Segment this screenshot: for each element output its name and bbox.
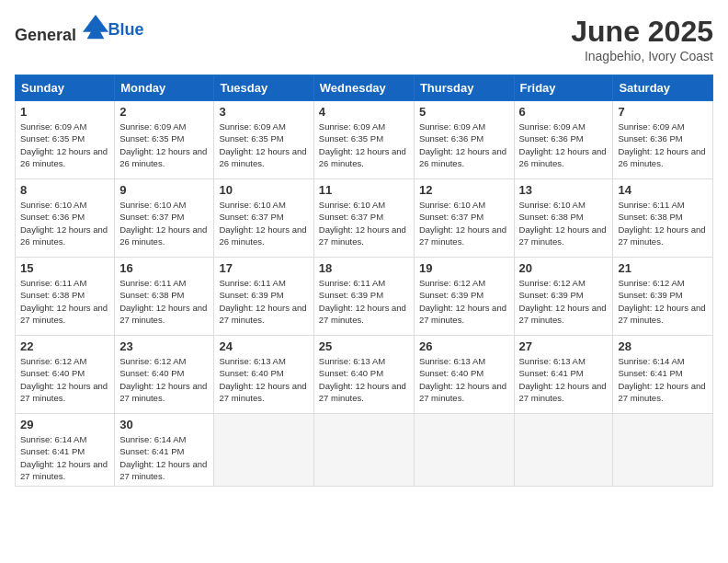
table-row xyxy=(214,414,313,487)
day-info: Sunrise: 6:09 AMSunset: 6:36 PMDaylight:… xyxy=(618,121,708,169)
day-info: Sunrise: 6:13 AMSunset: 6:41 PMDaylight:… xyxy=(519,355,609,404)
day-info: Sunrise: 6:11 AMSunset: 6:38 PMDaylight:… xyxy=(20,277,109,326)
calendar-week-row: 22 Sunrise: 6:12 AMSunset: 6:40 PMDaylig… xyxy=(16,336,713,414)
day-info: Sunrise: 6:09 AMSunset: 6:35 PMDaylight:… xyxy=(119,121,209,169)
logo: General Blue xyxy=(15,15,144,45)
day-number: 14 xyxy=(618,183,708,197)
day-info: Sunrise: 6:13 AMSunset: 6:40 PMDaylight:… xyxy=(319,355,409,404)
logo-icon xyxy=(83,15,108,40)
day-number: 10 xyxy=(219,183,308,197)
title-area: June 2025 Inagbehio, Ivory Coast xyxy=(571,15,713,63)
table-row xyxy=(514,414,613,487)
table-row: 9 Sunrise: 6:10 AMSunset: 6:37 PMDayligh… xyxy=(115,179,214,258)
day-info: Sunrise: 6:09 AMSunset: 6:35 PMDaylight:… xyxy=(219,121,308,169)
table-row: 3 Sunrise: 6:09 AMSunset: 6:35 PMDayligh… xyxy=(214,101,313,179)
day-number: 5 xyxy=(419,105,509,119)
table-row: 21 Sunrise: 6:12 AMSunset: 6:39 PMDaylig… xyxy=(613,258,713,336)
day-number: 19 xyxy=(419,261,509,275)
location-title: Inagbehio, Ivory Coast xyxy=(571,49,713,63)
day-info: Sunrise: 6:10 AMSunset: 6:37 PMDaylight:… xyxy=(119,199,209,247)
table-row: 17 Sunrise: 6:11 AMSunset: 6:39 PMDaylig… xyxy=(214,258,313,336)
day-info: Sunrise: 6:12 AMSunset: 6:40 PMDaylight:… xyxy=(119,355,209,404)
day-number: 11 xyxy=(319,183,409,197)
day-number: 21 xyxy=(618,261,708,275)
table-row: 25 Sunrise: 6:13 AMSunset: 6:40 PMDaylig… xyxy=(313,336,414,414)
table-row: 11 Sunrise: 6:10 AMSunset: 6:37 PMDaylig… xyxy=(313,179,414,258)
table-row xyxy=(313,414,414,487)
page-header: General Blue June 2025 Inagbehio, Ivory … xyxy=(15,15,713,63)
table-row: 22 Sunrise: 6:12 AMSunset: 6:40 PMDaylig… xyxy=(16,336,115,414)
day-info: Sunrise: 6:14 AMSunset: 6:41 PMDaylight:… xyxy=(20,433,109,482)
table-row: 12 Sunrise: 6:10 AMSunset: 6:37 PMDaylig… xyxy=(414,179,514,258)
table-row: 26 Sunrise: 6:13 AMSunset: 6:40 PMDaylig… xyxy=(414,336,514,414)
table-row: 6 Sunrise: 6:09 AMSunset: 6:36 PMDayligh… xyxy=(514,101,613,179)
table-row: 29 Sunrise: 6:14 AMSunset: 6:41 PMDaylig… xyxy=(16,414,115,487)
day-number: 25 xyxy=(319,339,409,353)
day-number: 20 xyxy=(519,261,609,275)
day-number: 27 xyxy=(519,339,609,353)
table-row: 7 Sunrise: 6:09 AMSunset: 6:36 PMDayligh… xyxy=(613,101,713,179)
col-tuesday: Tuesday xyxy=(214,75,313,101)
table-row: 10 Sunrise: 6:10 AMSunset: 6:37 PMDaylig… xyxy=(214,179,313,258)
day-info: Sunrise: 6:09 AMSunset: 6:35 PMDaylight:… xyxy=(20,121,109,169)
day-info: Sunrise: 6:11 AMSunset: 6:38 PMDaylight:… xyxy=(119,277,209,326)
day-number: 29 xyxy=(20,418,109,431)
day-number: 23 xyxy=(119,339,209,353)
col-saturday: Saturday xyxy=(613,75,713,101)
day-info: Sunrise: 6:12 AMSunset: 6:39 PMDaylight:… xyxy=(419,277,509,326)
table-row: 1 Sunrise: 6:09 AMSunset: 6:35 PMDayligh… xyxy=(16,101,115,179)
table-row: 18 Sunrise: 6:11 AMSunset: 6:39 PMDaylig… xyxy=(313,258,414,336)
day-number: 8 xyxy=(20,183,109,197)
calendar-table: Sunday Monday Tuesday Wednesday Thursday… xyxy=(15,75,713,487)
table-row: 8 Sunrise: 6:10 AMSunset: 6:36 PMDayligh… xyxy=(16,179,115,258)
logo-blue: Blue xyxy=(108,20,144,39)
day-number: 9 xyxy=(119,183,209,197)
col-friday: Friday xyxy=(514,75,613,101)
day-info: Sunrise: 6:09 AMSunset: 6:36 PMDaylight:… xyxy=(519,121,609,169)
table-row: 16 Sunrise: 6:11 AMSunset: 6:38 PMDaylig… xyxy=(115,258,214,336)
day-info: Sunrise: 6:12 AMSunset: 6:39 PMDaylight:… xyxy=(519,277,609,326)
table-row: 30 Sunrise: 6:14 AMSunset: 6:41 PMDaylig… xyxy=(115,414,214,487)
table-row: 24 Sunrise: 6:13 AMSunset: 6:40 PMDaylig… xyxy=(214,336,313,414)
day-info: Sunrise: 6:12 AMSunset: 6:39 PMDaylight:… xyxy=(618,277,708,326)
day-number: 16 xyxy=(119,261,209,275)
day-info: Sunrise: 6:14 AMSunset: 6:41 PMDaylight:… xyxy=(119,433,209,482)
day-number: 18 xyxy=(319,261,409,275)
table-row: 13 Sunrise: 6:10 AMSunset: 6:38 PMDaylig… xyxy=(514,179,613,258)
table-row: 14 Sunrise: 6:11 AMSunset: 6:38 PMDaylig… xyxy=(613,179,713,258)
col-wednesday: Wednesday xyxy=(313,75,414,101)
day-number: 6 xyxy=(519,105,609,119)
table-row xyxy=(613,414,713,487)
day-number: 7 xyxy=(618,105,708,119)
col-thursday: Thursday xyxy=(414,75,514,101)
table-row: 27 Sunrise: 6:13 AMSunset: 6:41 PMDaylig… xyxy=(514,336,613,414)
day-info: Sunrise: 6:09 AMSunset: 6:35 PMDaylight:… xyxy=(319,121,409,169)
day-info: Sunrise: 6:11 AMSunset: 6:38 PMDaylight:… xyxy=(618,199,708,247)
col-sunday: Sunday xyxy=(16,75,115,101)
day-number: 26 xyxy=(419,339,509,353)
day-number: 12 xyxy=(419,183,509,197)
day-number: 3 xyxy=(219,105,308,119)
day-number: 2 xyxy=(119,105,209,119)
day-number: 24 xyxy=(219,339,308,353)
col-monday: Monday xyxy=(115,75,214,101)
day-info: Sunrise: 6:10 AMSunset: 6:36 PMDaylight:… xyxy=(20,199,109,247)
day-number: 28 xyxy=(618,339,708,353)
day-number: 30 xyxy=(119,418,209,431)
table-row xyxy=(414,414,514,487)
day-info: Sunrise: 6:09 AMSunset: 6:36 PMDaylight:… xyxy=(419,121,509,169)
day-info: Sunrise: 6:10 AMSunset: 6:38 PMDaylight:… xyxy=(519,199,609,247)
day-number: 17 xyxy=(219,261,308,275)
table-row: 5 Sunrise: 6:09 AMSunset: 6:36 PMDayligh… xyxy=(414,101,514,179)
calendar-week-row: 1 Sunrise: 6:09 AMSunset: 6:35 PMDayligh… xyxy=(16,101,713,179)
calendar-week-row: 8 Sunrise: 6:10 AMSunset: 6:36 PMDayligh… xyxy=(16,179,713,258)
calendar-header-row: Sunday Monday Tuesday Wednesday Thursday… xyxy=(16,75,713,101)
day-info: Sunrise: 6:14 AMSunset: 6:41 PMDaylight:… xyxy=(618,355,708,404)
day-info: Sunrise: 6:13 AMSunset: 6:40 PMDaylight:… xyxy=(219,355,308,404)
logo-general: General xyxy=(15,26,76,44)
day-info: Sunrise: 6:13 AMSunset: 6:40 PMDaylight:… xyxy=(419,355,509,404)
day-number: 4 xyxy=(319,105,409,119)
day-info: Sunrise: 6:10 AMSunset: 6:37 PMDaylight:… xyxy=(219,199,308,247)
day-info: Sunrise: 6:11 AMSunset: 6:39 PMDaylight:… xyxy=(319,277,409,326)
month-title: June 2025 xyxy=(571,15,713,49)
